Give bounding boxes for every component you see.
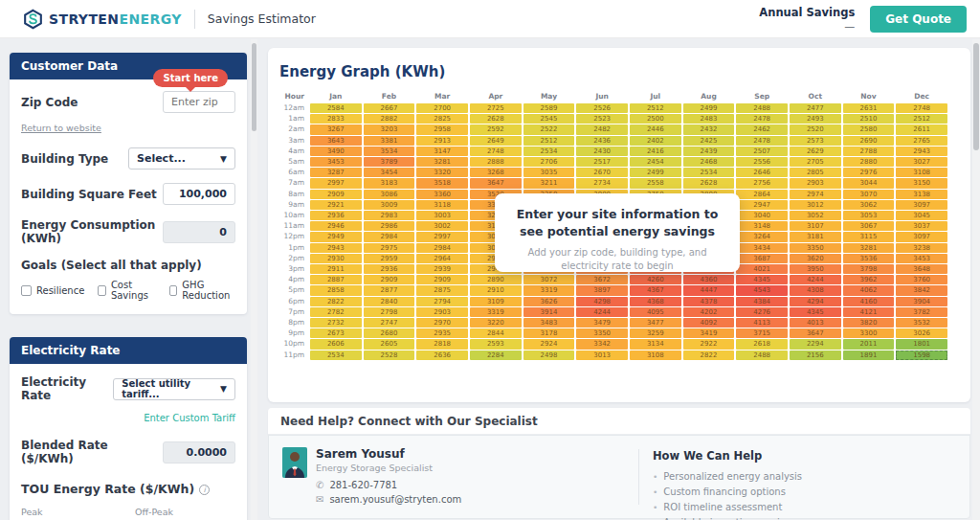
info-icon[interactable]: i bbox=[199, 485, 210, 495]
heatmap-cell: 3211 bbox=[523, 178, 575, 188]
heatmap-cell: 2706 bbox=[523, 157, 575, 167]
heatmap-cell: 3183 bbox=[364, 178, 415, 188]
how-we-can-help-list: Personalized energy analysis Custom fina… bbox=[653, 469, 802, 520]
tou-rate-label: TOU Energy Rate ($/KWh) bbox=[21, 482, 194, 496]
heatmap-cell: 4367 bbox=[630, 285, 681, 295]
heatmap-cell: 2482 bbox=[576, 124, 628, 134]
enter-custom-tariff-link[interactable]: Enter Custom Tariff bbox=[144, 413, 235, 423]
heatmap-cell: 2483 bbox=[683, 114, 735, 124]
heatmap-column-header: Sep bbox=[736, 90, 788, 102]
building-sqft-label: Building Square Feet bbox=[21, 188, 157, 201]
heatmap-cell: 2748 bbox=[896, 103, 947, 113]
heatmap-cell: 3009 bbox=[364, 200, 415, 210]
how-we-can-help-title: How We Can Help bbox=[653, 449, 802, 463]
goal-ghg-label: GHG Reduction bbox=[182, 280, 235, 301]
heatmap-cell: 2935 bbox=[416, 328, 468, 338]
heatmap-cell: 2946 bbox=[310, 221, 362, 231]
heatmap-cell: 3381 bbox=[364, 136, 415, 146]
heatmap-row-label: 3am bbox=[279, 136, 308, 146]
heatmap-cell: 2592 bbox=[470, 124, 522, 134]
heatmap-cell: 2498 bbox=[523, 350, 575, 360]
heatmap-cell: 1891 bbox=[843, 350, 895, 360]
heatmap-cell: 3672 bbox=[576, 275, 628, 284]
heatmap-row-label: 7am bbox=[279, 178, 308, 188]
heatmap-cell: 3534 bbox=[364, 147, 415, 156]
sidebar-scrollbar-thumb[interactable] bbox=[252, 43, 256, 131]
heatmap-cell: 2520 bbox=[790, 124, 841, 134]
heatmap-cell: 3097 bbox=[896, 232, 947, 241]
annual-savings: Annual Savings — bbox=[759, 6, 855, 33]
goal-ghg-checkbox[interactable]: GHG Reduction bbox=[169, 280, 235, 301]
heatmap-cell: 3319 bbox=[523, 285, 575, 295]
heatmap-cell: 2936 bbox=[310, 211, 362, 220]
goal-cost-savings-checkbox[interactable]: Cost Savings bbox=[98, 280, 155, 301]
zip-code-input[interactable] bbox=[163, 91, 235, 113]
header-divider bbox=[194, 10, 195, 29]
heatmap-cell: 3648 bbox=[896, 264, 947, 274]
page-scrollbar-thumb[interactable] bbox=[973, 43, 979, 150]
heatmap-row-label: 11am bbox=[279, 221, 308, 231]
stryten-logo[interactable]: STRYTENENERGY bbox=[23, 9, 182, 30]
return-to-website-link[interactable]: Return to website bbox=[21, 123, 101, 133]
heatmap-cell: 3904 bbox=[896, 297, 947, 306]
list-item: Available incentives review bbox=[653, 515, 802, 520]
overlay-subtitle: Add your zip code, building type, and el… bbox=[512, 246, 723, 273]
heatmap-cell: 3715 bbox=[736, 328, 788, 338]
heatmap-cell: 3287 bbox=[310, 168, 362, 177]
sidebar-scrollbar[interactable] bbox=[251, 39, 257, 520]
heatmap-cell: 3950 bbox=[790, 264, 841, 274]
goal-resilience-checkbox[interactable]: Resilience bbox=[21, 285, 84, 296]
heatmap-cell: 2756 bbox=[736, 178, 788, 188]
heatmap-cell: 4384 bbox=[736, 297, 788, 306]
heatmap-cell: 2825 bbox=[416, 114, 468, 124]
heatmap-cell: 2887 bbox=[310, 275, 362, 284]
heatmap-cell: 3479 bbox=[576, 318, 628, 328]
heatmap-row-label: 7pm bbox=[279, 307, 308, 317]
heatmap-cell: 3181 bbox=[790, 232, 841, 241]
heatmap-cell: 3147 bbox=[416, 147, 468, 156]
heatmap-cell: 3118 bbox=[416, 200, 468, 210]
heatmap-cell: 2631 bbox=[843, 103, 895, 113]
energy-graph-title: Energy Graph (KWh) bbox=[279, 63, 947, 80]
heatmap-cell: 2943 bbox=[896, 147, 947, 156]
chevron-down-icon: ▼ bbox=[220, 154, 227, 164]
heatmap-cell: 3626 bbox=[523, 297, 575, 306]
heatmap-cell: 4276 bbox=[736, 307, 788, 317]
specialist-name: Sarem Yousuf bbox=[316, 447, 461, 461]
heatmap-cell: 2606 bbox=[310, 339, 362, 349]
heatmap-cell: 3490 bbox=[310, 147, 362, 156]
customer-data-panel: Customer Data Zip Code Start here Return… bbox=[10, 53, 247, 314]
heatmap-cell: 3842 bbox=[896, 285, 947, 295]
heatmap-cell: 3300 bbox=[843, 328, 895, 338]
heatmap-cell: 3109 bbox=[470, 297, 522, 306]
tou-offpeak-label: Off-Peak bbox=[135, 507, 235, 517]
heatmap-column-header: May bbox=[523, 90, 575, 102]
heatmap-cell: 2880 bbox=[843, 157, 895, 167]
get-quote-button[interactable]: Get Quote bbox=[870, 6, 967, 33]
chevron-down-icon: ▼ bbox=[220, 384, 227, 394]
heatmap-cell: 3040 bbox=[736, 211, 788, 220]
specialist-phone[interactable]: 281-620-7781 bbox=[329, 480, 397, 490]
heatmap-cell: 2913 bbox=[416, 136, 468, 146]
building-sqft-input[interactable] bbox=[163, 183, 235, 205]
heatmap-cell: 2903 bbox=[790, 178, 841, 188]
heatmap-cell: 3003 bbox=[416, 211, 468, 220]
heatmap-cell: 3072 bbox=[523, 275, 575, 284]
heatmap-cell: 1598 bbox=[896, 350, 947, 360]
heatmap-row-label: 2am bbox=[279, 124, 308, 134]
empty-state-overlay: Enter your site information to see poten… bbox=[495, 193, 740, 272]
building-type-select[interactable]: Select... ▼ bbox=[128, 147, 235, 170]
heatmap-cell: 3027 bbox=[896, 157, 947, 167]
heatmap-cell: 2974 bbox=[790, 190, 841, 199]
utility-tariff-select[interactable]: Select utility tariff... ▼ bbox=[113, 378, 235, 400]
heatmap-row-label: 5am bbox=[279, 157, 308, 167]
heatmap-cell: 2534 bbox=[683, 168, 735, 177]
page-scrollbar[interactable] bbox=[972, 39, 980, 520]
heatmap-row-label: 10pm bbox=[279, 339, 308, 349]
heatmap-cell: 2844 bbox=[470, 328, 522, 338]
heatmap-cell: 2680 bbox=[364, 328, 415, 338]
heatmap-cell: 3320 bbox=[416, 168, 468, 177]
heatmap-cell: 2628 bbox=[470, 114, 522, 124]
specialist-email[interactable]: sarem.yousuf@stryten.com bbox=[329, 494, 461, 505]
tou-peak-label: Peak bbox=[21, 507, 122, 517]
